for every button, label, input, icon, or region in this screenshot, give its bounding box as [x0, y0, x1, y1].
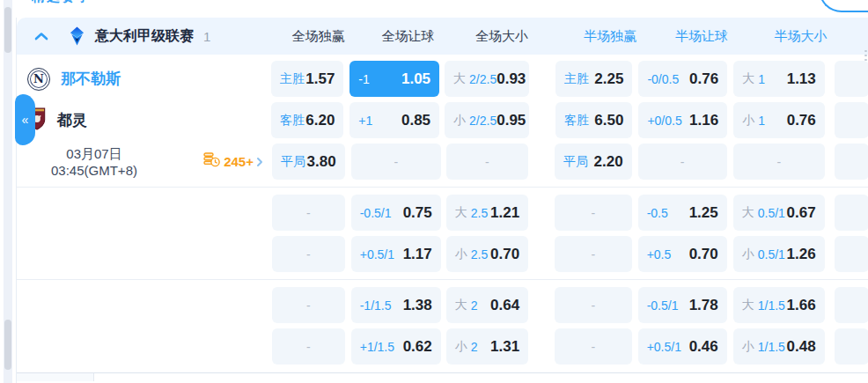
odds-cell-ht-handicap-home[interactable]: -0/0.50.76	[638, 61, 727, 97]
odds-cell-ht1x2-away[interactable]: 客胜6.50	[555, 102, 632, 138]
odds-cell-empty: -	[555, 328, 632, 365]
odds-cell-empty: -	[733, 144, 825, 180]
odds-cell-ht1x2-draw[interactable]: 平局2.20	[555, 144, 632, 180]
odds-cell-ht-under[interactable]: 小1/1.50.48	[733, 328, 825, 365]
odds-row-g3-1: - -1/1.51.38 大20.64 - -0.5/11.78 大1/1.51…	[17, 284, 868, 326]
odds-cell-empty: -	[555, 195, 632, 231]
group-divider	[17, 279, 868, 280]
odds-cell-empty: -	[272, 287, 345, 323]
odds-cell-ft-handicap[interactable]: -0.5/10.75	[351, 195, 441, 231]
odds-cell-ft-under[interactable]: 小2.50.70	[446, 236, 528, 272]
clipped-odds-cell[interactable]	[835, 195, 868, 231]
match-datetime: 03月07日 03:45(GMT+8)	[27, 145, 161, 179]
odds-cell-ht-over[interactable]: 大0.5/10.67	[733, 195, 825, 231]
odds-cell-ft-handicap[interactable]: +1/1.50.62	[351, 328, 441, 365]
league-match-count: 1	[203, 29, 210, 44]
odds-cell-ft-under[interactable]: 小21.31	[446, 328, 528, 365]
odds-rows: N 那不勒斯 主胜1.57 -11.05 大2/2.50.93 主胜2.25 -…	[17, 55, 868, 381]
odds-cell-ft-over[interactable]: 大2/2.50.93	[445, 61, 529, 97]
odds-row-g3-2: - +1/1.50.62 小21.31 - +0.5/10.46 小1/1.50…	[17, 326, 868, 367]
odds-cell-empty: -	[272, 328, 345, 365]
odds-cell-ht1x2-home[interactable]: 主胜2.25	[555, 61, 632, 97]
odds-cell-empty: -	[272, 236, 345, 272]
odds-cell-ft-handicap-home-selected[interactable]: -11.05	[349, 61, 439, 97]
odds-cell-ht-handicap[interactable]: +0.50.70	[638, 236, 727, 272]
odds-cell-ft1x2-away[interactable]: 客胜6.20	[271, 102, 343, 138]
match-info-cell: 03月07日 03:45(GMT+8) 245+	[17, 145, 272, 179]
odds-cell-ht-under[interactable]: 小0.5/11.26	[733, 236, 825, 272]
chevron-up-icon	[34, 32, 48, 41]
match-date: 03月07日	[27, 145, 161, 162]
column-header-ft-1x2: 全场独赢	[281, 28, 356, 45]
odds-cell-ft-under[interactable]: 小2/2.50.95	[445, 102, 529, 138]
match-time: 03:45(GMT+8)	[27, 162, 161, 179]
scrollbar-thumb-top[interactable]	[4, 7, 11, 53]
away-team-cell[interactable]: 都灵	[17, 107, 271, 134]
odds-cell-empty: -	[555, 287, 632, 323]
column-header-ht-1x2: 半场独赢	[570, 28, 650, 45]
clipped-odds-cell[interactable]	[835, 328, 868, 365]
odds-cell-empty: -	[555, 236, 632, 272]
league-header-bar: 意大利甲级联赛 1 全场独赢 全场让球 全场大小 半场独赢 半场让球 半场大小	[17, 18, 868, 55]
clipped-header-icon	[864, 50, 868, 61]
column-header-ht-handicap: 半场让球	[656, 28, 747, 45]
odds-cell-ft-over[interactable]: 大2.51.21	[446, 195, 528, 231]
odds-cell-ht-handicap[interactable]: +0.5/10.46	[638, 328, 727, 365]
clipped-top-tab[interactable]: 精选赛事	[32, 0, 100, 7]
column-header-ft-handicap: 全场让球	[362, 28, 454, 45]
league-title: 意大利甲级联赛	[95, 27, 194, 46]
home-team-cell[interactable]: N 那不勒斯	[17, 68, 271, 91]
home-team-name: 那不勒斯	[61, 69, 121, 89]
markets-count: 245+	[224, 154, 254, 169]
collapse-league-button[interactable]	[34, 32, 48, 41]
odds-row-g2-1: - -0.5/10.75 大2.51.21 - -0.51.25 大0.5/10…	[17, 192, 868, 233]
next-section-fragment	[17, 373, 868, 381]
column-header-ht-overunder: 半场大小	[754, 28, 848, 45]
odds-cell-ht-handicap[interactable]: -0.51.25	[638, 195, 727, 231]
napoli-badge-icon: N	[27, 68, 50, 91]
league-odds-card: 意大利甲级联赛 1 全场独赢 全场让球 全场大小 半场独赢 半场让球 半场大小 …	[16, 18, 868, 383]
odds-cell-ft1x2-draw[interactable]: 平局3.80	[272, 144, 345, 180]
match-row-away: 都灵 客胜6.20 +10.85 小2/2.50.95 客胜6.50 +0/0.…	[17, 99, 868, 141]
more-markets-link[interactable]: 245+	[203, 152, 263, 171]
collapse-sidebar-handle[interactable]: «	[15, 94, 35, 145]
serie-a-logo-icon	[69, 26, 85, 46]
odds-cell-empty: -	[351, 144, 441, 180]
double-chevron-left-icon: «	[22, 113, 29, 127]
odds-row-g2-2: - +0.5/11.17 小2.50.70 - +0.50.70 小0.5/11…	[17, 233, 868, 275]
odds-cell-ft-handicap[interactable]: -1/1.51.38	[351, 287, 441, 323]
odds-cell-ft-over[interactable]: 大20.64	[446, 287, 528, 323]
clipped-odds-cell[interactable]	[835, 102, 868, 138]
odds-cell-ht-handicap-away[interactable]: +0/0.51.16	[638, 102, 727, 138]
column-header-ft-overunder: 全场大小	[460, 28, 544, 45]
scrollbar-thumb-bottom[interactable]	[4, 320, 11, 370]
betting-odds-page: { "misc": { "dash": "-", "collapse_glyph…	[0, 0, 868, 383]
odds-cell-ht-under[interactable]: 小10.76	[733, 102, 825, 138]
match-row-draw: 03月07日 03:45(GMT+8) 245+	[17, 141, 868, 182]
group-divider	[17, 187, 868, 188]
clipped-odds-cell[interactable]	[835, 144, 868, 180]
odds-cell-ht-handicap[interactable]: -0.5/11.78	[638, 287, 727, 323]
clipped-odds-cell[interactable]	[835, 61, 868, 97]
odds-cell-empty: -	[272, 195, 345, 231]
match-row-home: N 那不勒斯 主胜1.57 -11.05 大2/2.50.93 主胜2.25 -…	[17, 58, 868, 99]
odds-cell-ht-over[interactable]: 大11.13	[733, 61, 825, 97]
clipped-bubble-corner	[819, 0, 868, 12]
odds-cell-ft-handicap-away[interactable]: +10.85	[349, 102, 439, 138]
clipped-odds-cell[interactable]	[835, 236, 868, 272]
chevron-right-icon	[256, 157, 263, 167]
away-team-name: 都灵	[57, 110, 87, 130]
odds-cell-empty: -	[638, 144, 727, 180]
coins-clock-icon	[203, 152, 220, 171]
odds-cell-ft-handicap[interactable]: +0.5/11.17	[351, 236, 441, 272]
odds-cell-ht-over[interactable]: 大1/1.51.66	[733, 287, 825, 323]
league-header-left: 意大利甲级联赛 1	[17, 26, 281, 46]
odds-cell-empty: -	[446, 144, 528, 180]
odds-cell-ft1x2-home[interactable]: 主胜1.57	[271, 61, 343, 97]
clipped-odds-cell[interactable]	[835, 287, 868, 323]
